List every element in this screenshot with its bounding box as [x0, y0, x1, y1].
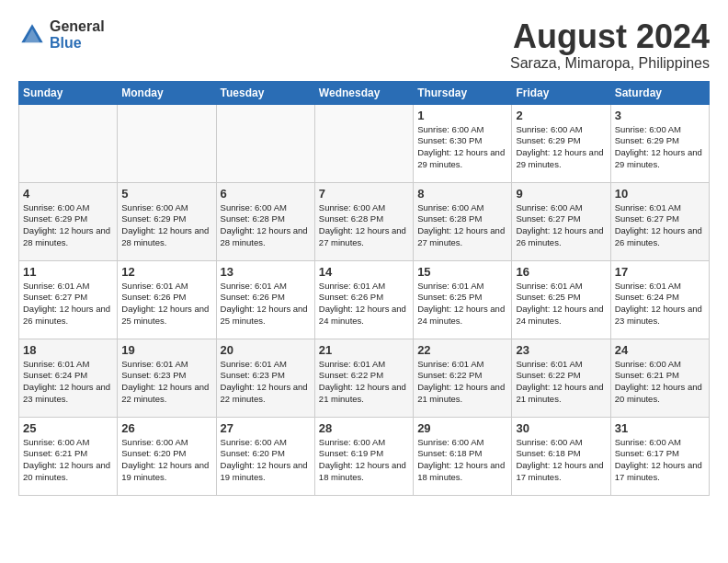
day-number: 1 — [417, 109, 507, 122]
calendar-cell: 1Sunrise: 6:00 AMSunset: 6:30 PMDaylight… — [414, 104, 512, 182]
day-number: 5 — [121, 187, 211, 201]
day-info: Sunrise: 6:00 AMSunset: 6:29 PMDaylight:… — [121, 202, 211, 249]
day-info: Sunrise: 6:01 AMSunset: 6:22 PMDaylight:… — [417, 359, 507, 406]
logo-icon — [18, 21, 46, 49]
day-info: Sunrise: 6:00 AMSunset: 6:20 PMDaylight:… — [121, 437, 211, 484]
calendar-table: SundayMondayTuesdayWednesdayThursdayFrid… — [18, 81, 710, 496]
calendar-cell: 22Sunrise: 6:01 AMSunset: 6:22 PMDayligh… — [414, 339, 512, 417]
day-info: Sunrise: 6:01 AMSunset: 6:25 PMDaylight:… — [417, 281, 507, 327]
day-number: 16 — [516, 265, 606, 279]
day-number: 19 — [121, 343, 211, 357]
day-info: Sunrise: 6:01 AMSunset: 6:25 PMDaylight:… — [516, 281, 606, 327]
day-info: Sunrise: 6:00 AMSunset: 6:29 PMDaylight:… — [615, 124, 705, 171]
day-info: Sunrise: 6:00 AMSunset: 6:29 PMDaylight:… — [516, 124, 606, 171]
calendar-cell: 12Sunrise: 6:01 AMSunset: 6:26 PMDayligh… — [118, 260, 216, 339]
calendar-cell: 13Sunrise: 6:01 AMSunset: 6:26 PMDayligh… — [216, 260, 314, 339]
calendar-cell: 4Sunrise: 6:00 AMSunset: 6:29 PMDaylight… — [19, 182, 118, 260]
day-number: 18 — [23, 343, 113, 357]
calendar-cell: 26Sunrise: 6:00 AMSunset: 6:20 PMDayligh… — [118, 417, 216, 495]
calendar-cell: 21Sunrise: 6:01 AMSunset: 6:22 PMDayligh… — [314, 339, 413, 417]
day-number: 21 — [319, 343, 409, 357]
logo-text: General Blue — [50, 18, 105, 51]
logo-general: General — [50, 18, 105, 35]
day-number: 14 — [319, 265, 409, 279]
calendar-cell: 30Sunrise: 6:00 AMSunset: 6:18 PMDayligh… — [512, 417, 610, 495]
title-block: August 2024 Saraza, Mimaropa, Philippine… — [510, 18, 710, 72]
calendar-cell: 7Sunrise: 6:00 AMSunset: 6:28 PMDaylight… — [314, 182, 413, 260]
day-info: Sunrise: 6:00 AMSunset: 6:20 PMDaylight:… — [221, 437, 311, 484]
calendar-cell: 24Sunrise: 6:00 AMSunset: 6:21 PMDayligh… — [610, 339, 709, 417]
weekday-header-saturday: Saturday — [610, 81, 709, 104]
day-number: 27 — [221, 421, 311, 435]
calendar-cell: 3Sunrise: 6:00 AMSunset: 6:29 PMDaylight… — [610, 104, 709, 182]
weekday-header-wednesday: Wednesday — [314, 81, 413, 104]
day-info: Sunrise: 6:00 AMSunset: 6:30 PMDaylight:… — [417, 124, 507, 171]
day-info: Sunrise: 6:01 AMSunset: 6:26 PMDaylight:… — [221, 281, 311, 327]
day-number: 23 — [516, 343, 606, 357]
weekday-header-thursday: Thursday — [414, 81, 512, 104]
logo: General Blue — [18, 18, 105, 51]
calendar-cell: 10Sunrise: 6:01 AMSunset: 6:27 PMDayligh… — [610, 182, 709, 260]
calendar-cell — [118, 104, 216, 182]
logo-blue: Blue — [50, 35, 105, 52]
calendar-cell: 16Sunrise: 6:01 AMSunset: 6:25 PMDayligh… — [512, 260, 610, 339]
calendar-cell: 2Sunrise: 6:00 AMSunset: 6:29 PMDaylight… — [512, 104, 610, 182]
day-info: Sunrise: 6:01 AMSunset: 6:23 PMDaylight:… — [221, 359, 311, 406]
day-info: Sunrise: 6:00 AMSunset: 6:21 PMDaylight:… — [615, 359, 705, 406]
day-info: Sunrise: 6:00 AMSunset: 6:18 PMDaylight:… — [417, 437, 507, 484]
calendar-cell: 31Sunrise: 6:00 AMSunset: 6:17 PMDayligh… — [610, 417, 709, 495]
location-title: Saraza, Mimaropa, Philippines — [510, 55, 710, 72]
calendar-cell: 9Sunrise: 6:00 AMSunset: 6:27 PMDaylight… — [512, 182, 610, 260]
day-info: Sunrise: 6:01 AMSunset: 6:27 PMDaylight:… — [23, 281, 113, 327]
day-info: Sunrise: 6:00 AMSunset: 6:28 PMDaylight:… — [221, 202, 311, 249]
day-info: Sunrise: 6:01 AMSunset: 6:26 PMDaylight:… — [121, 281, 211, 327]
day-number: 13 — [221, 265, 311, 279]
day-number: 7 — [319, 187, 409, 201]
day-number: 31 — [615, 421, 705, 435]
day-info: Sunrise: 6:01 AMSunset: 6:22 PMDaylight:… — [516, 359, 606, 406]
day-number: 17 — [615, 265, 705, 279]
day-number: 9 — [516, 187, 606, 201]
calendar-cell: 20Sunrise: 6:01 AMSunset: 6:23 PMDayligh… — [216, 339, 314, 417]
day-info: Sunrise: 6:01 AMSunset: 6:26 PMDaylight:… — [319, 281, 409, 327]
calendar-cell: 18Sunrise: 6:01 AMSunset: 6:24 PMDayligh… — [19, 339, 118, 417]
day-number: 15 — [417, 265, 507, 279]
weekday-header-tuesday: Tuesday — [216, 81, 314, 104]
day-number: 24 — [615, 343, 705, 357]
day-number: 6 — [221, 187, 311, 201]
calendar-cell: 14Sunrise: 6:01 AMSunset: 6:26 PMDayligh… — [314, 260, 413, 339]
day-info: Sunrise: 6:01 AMSunset: 6:22 PMDaylight:… — [319, 359, 409, 406]
day-number: 20 — [221, 343, 311, 357]
calendar-cell: 28Sunrise: 6:00 AMSunset: 6:19 PMDayligh… — [314, 417, 413, 495]
page-header: General Blue August 2024 Saraza, Mimarop… — [18, 18, 710, 72]
calendar-cell: 5Sunrise: 6:00 AMSunset: 6:29 PMDaylight… — [118, 182, 216, 260]
day-info: Sunrise: 6:01 AMSunset: 6:27 PMDaylight:… — [615, 202, 705, 249]
calendar-cell: 11Sunrise: 6:01 AMSunset: 6:27 PMDayligh… — [19, 260, 118, 339]
day-number: 11 — [23, 265, 113, 279]
day-info: Sunrise: 6:00 AMSunset: 6:28 PMDaylight:… — [319, 202, 409, 249]
month-title: August 2024 — [510, 18, 710, 55]
day-info: Sunrise: 6:00 AMSunset: 6:29 PMDaylight:… — [23, 202, 113, 249]
calendar-cell: 6Sunrise: 6:00 AMSunset: 6:28 PMDaylight… — [216, 182, 314, 260]
day-number: 28 — [319, 421, 409, 435]
calendar-cell: 29Sunrise: 6:00 AMSunset: 6:18 PMDayligh… — [414, 417, 512, 495]
day-number: 8 — [417, 187, 507, 201]
day-number: 29 — [417, 421, 507, 435]
calendar-cell — [216, 104, 314, 182]
calendar-cell: 27Sunrise: 6:00 AMSunset: 6:20 PMDayligh… — [216, 417, 314, 495]
day-info: Sunrise: 6:00 AMSunset: 6:28 PMDaylight:… — [417, 202, 507, 249]
day-number: 2 — [516, 109, 606, 122]
day-number: 22 — [417, 343, 507, 357]
day-info: Sunrise: 6:00 AMSunset: 6:19 PMDaylight:… — [319, 437, 409, 484]
day-info: Sunrise: 6:00 AMSunset: 6:17 PMDaylight:… — [615, 437, 705, 484]
day-info: Sunrise: 6:00 AMSunset: 6:27 PMDaylight:… — [516, 202, 606, 249]
day-info: Sunrise: 6:00 AMSunset: 6:21 PMDaylight:… — [23, 437, 113, 484]
day-info: Sunrise: 6:01 AMSunset: 6:24 PMDaylight:… — [23, 359, 113, 406]
weekday-header-monday: Monday — [118, 81, 216, 104]
calendar-cell: 8Sunrise: 6:00 AMSunset: 6:28 PMDaylight… — [414, 182, 512, 260]
day-number: 30 — [516, 421, 606, 435]
calendar-cell — [314, 104, 413, 182]
calendar-cell — [19, 104, 118, 182]
day-number: 4 — [23, 187, 113, 201]
weekday-header-friday: Friday — [512, 81, 610, 104]
